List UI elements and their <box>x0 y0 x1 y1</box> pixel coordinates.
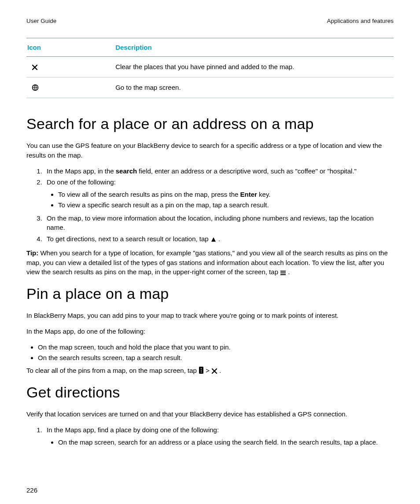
separator: > <box>206 367 211 374</box>
tip-paragraph: Tip: When you search for a type of locat… <box>26 248 394 277</box>
clear-pins-text: To clear all of the pins from a map, on … <box>26 366 394 375</box>
header-right: Applications and features <box>327 17 394 26</box>
menu-lines-icon <box>280 270 286 276</box>
table-row: Go to the map screen. <box>26 77 394 98</box>
tip-body: When you search for a type of location, … <box>26 249 388 276</box>
header-left: User Guide <box>26 17 56 26</box>
heading-search-place: Search for a place or an address on a ma… <box>26 113 394 135</box>
steps-search-place: In the Maps app, in the search field, en… <box>26 166 394 244</box>
bullet-item: To view all of the search results as pin… <box>58 190 394 199</box>
intro-text: In BlackBerry Maps, you can add pins to … <box>26 311 394 320</box>
bold-text: Enter <box>240 191 257 198</box>
close-icon <box>211 368 217 374</box>
tip-body: . <box>286 268 290 276</box>
heading-get-directions: Get directions <box>26 382 394 403</box>
globe-icon <box>32 84 39 91</box>
text: . <box>219 367 221 374</box>
step-item: To get directions, next to a search resu… <box>44 234 394 244</box>
triangle-up-icon <box>210 236 217 243</box>
intro-text: Verify that location services are turned… <box>26 409 394 419</box>
svg-point-10 <box>201 372 202 372</box>
intro-text: You can use the GPS feature on your Blac… <box>26 141 394 160</box>
bold-text: search <box>116 167 137 175</box>
step-text: Do one of the following: <box>47 178 116 186</box>
table-header-icon: Icon <box>26 38 114 57</box>
step-item: On the map, to view more information abo… <box>44 213 394 233</box>
step-item: Do one of the following: To view all of … <box>44 177 394 210</box>
bullet-text: To view all of the search results as pin… <box>58 191 240 198</box>
bullet-item: To view a specific search result as a pi… <box>58 200 394 210</box>
svg-point-9 <box>201 370 202 371</box>
table-row: Clear the places that you have pinned an… <box>26 57 394 77</box>
step-text: In the Maps app, find a place by doing o… <box>47 426 219 434</box>
page-number: 226 <box>26 486 37 495</box>
lead-text: In the Maps app, do one of the following… <box>26 327 394 336</box>
heading-pin-place: Pin a place on a map <box>26 283 394 305</box>
step-text: field, enter an address or a descriptive… <box>137 167 357 175</box>
step-text: To get directions, next to a search resu… <box>47 235 210 243</box>
tip-label: Tip: <box>26 249 40 257</box>
svg-marker-3 <box>211 237 216 242</box>
bullet-text: key. <box>257 191 271 198</box>
table-header-description: Description <box>114 38 394 57</box>
icon-table: Icon Description Clear the places that y… <box>26 38 394 98</box>
step-item: In the Maps app, find a place by doing o… <box>44 425 394 447</box>
text: To clear all of the pins from a map, on … <box>26 367 199 374</box>
bullet-item: On the search results screen, tap a sear… <box>38 353 394 363</box>
close-icon <box>32 64 38 70</box>
table-cell-desc: Clear the places that you have pinned an… <box>114 57 394 77</box>
steps-get-directions: In the Maps app, find a place by doing o… <box>26 425 394 447</box>
table-cell-desc: Go to the map screen. <box>114 77 394 98</box>
bullet-item: On the map screen, touch and hold the pl… <box>38 342 394 352</box>
step-text: . <box>218 235 220 243</box>
bullet-item: On the map screen, search for an address… <box>58 438 394 447</box>
step-text: In the Maps app, in the <box>47 167 116 175</box>
svg-point-8 <box>201 368 202 369</box>
step-item: In the Maps app, in the search field, en… <box>44 166 394 176</box>
more-vert-icon <box>199 366 204 374</box>
